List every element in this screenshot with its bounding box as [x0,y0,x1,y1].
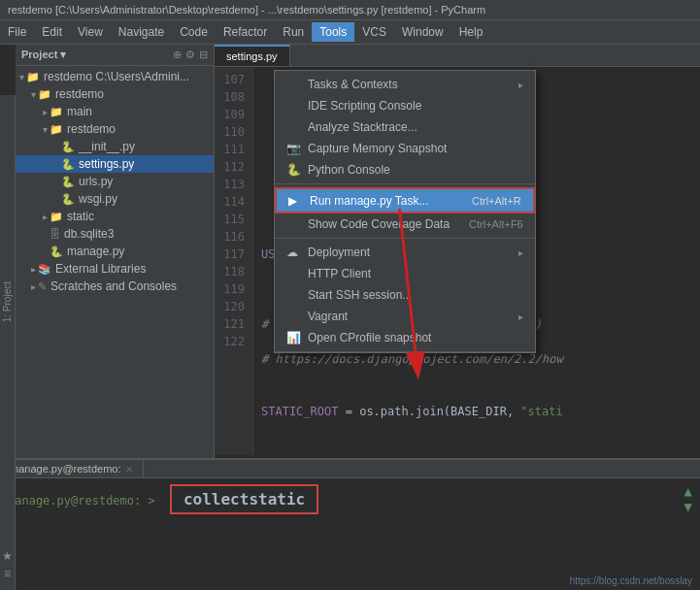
terminal-scroll-arrows: ▲ ▼ [684,484,692,513]
tree-main[interactable]: ▸ 📁 main [16,103,214,120]
menu-cprofile-label: Open CProfile snapshot [308,331,431,344]
menu-capture-label: Capture Memory Snapshot [308,142,447,155]
menu-deployment[interactable]: ☁Deployment ▸ [275,242,535,263]
menu-file[interactable]: File [0,22,34,42]
terminal-close-icon[interactable]: ✕ [125,464,133,475]
tree-wsgi[interactable]: ▸ 🐍 wsgi.py [16,190,214,208]
terminal-prompt-text: manage.py@restdemo: > [8,494,155,508]
terminal-command: collectstatic [170,484,318,514]
cprofile-icon: 📊 [286,331,302,344]
vagrant-arrow-icon: ▸ [518,311,523,322]
menu-http-client[interactable]: HTTP Client [275,263,535,284]
deployment-arrow-icon: ▸ [518,247,523,258]
menu-coverage-label: Show Code Coverage Data [308,217,450,231]
menu-ssh-label: Start SSH session... [308,288,412,302]
menu-window[interactable]: Window [394,22,451,42]
tree-scratches-label: Scratches and Consoles [50,279,177,293]
title-text: restdemo [C:\Users\Administrator\Desktop… [8,4,485,16]
menu-refactor[interactable]: Refactor [216,22,275,42]
collapse-icon[interactable]: ⊟ [199,49,208,61]
favorites-icon-1[interactable]: ★ [2,549,13,563]
code-line-120: # https://docs.djangoproject.com/en/2.2/… [261,352,563,366]
menu-vcs[interactable]: VCS [354,22,394,42]
sidebar-title: Project ▾ [21,49,173,61]
tree-urls[interactable]: ▸ 🐍 urls.py [16,173,214,190]
menu-vagrant-label: Vagrant [308,310,348,323]
tree-init[interactable]: ▸ 🐍 __init__.py [16,138,214,155]
code-line-122: STATIC_ROOT = os.path.join(BASE_DIR, "st… [261,405,563,418]
settings-icon[interactable]: ⚙ [185,49,195,61]
code-line-107 [261,90,268,104]
menu-analyze-stacktrace[interactable]: Analyze Stacktrace... [275,116,535,138]
menu-python-console[interactable]: 🐍Python Console [275,159,535,180]
terminal-content[interactable]: manage.py@restdemo: > collectstatic ▲ ▼ [0,478,700,584]
tree-root-label: restdemo C:\Users\Admini... [44,70,189,83]
sidebar-icons: ⊕ ⚙ ⊟ [173,49,208,61]
menu-capture-memory[interactable]: 📷Capture Memory Snapshot [275,138,535,159]
bottom-panel: manage.py@restdemo: ✕ manage.py@restdemo… [0,458,700,584]
menu-run-manage[interactable]: ▶ Run manage.py Task... ℹ Ctrl+Alt+R [275,187,535,213]
deployment-icon: ☁ [286,246,302,259]
project-tab-label: 1: Project [2,281,13,322]
menu-vagrant[interactable]: Vagrant ▸ [275,306,535,327]
run-icon: ▶ [288,194,304,208]
code-line-111 [261,160,268,174]
menu-run[interactable]: Run [275,22,312,42]
tree-root[interactable]: ▾ 📁 restdemo C:\Users\Admini... [16,68,214,85]
terminal-tab[interactable]: manage.py@restdemo: ✕ [0,460,144,477]
code-line-110 [261,143,268,156]
tree-settings-label: settings.py [79,157,134,171]
menu-tools[interactable]: Tools [312,22,354,42]
menu-ide-scripting[interactable]: IDE Scripting Console [275,95,535,116]
tree-wsgi-label: wsgi.py [79,192,117,206]
tree-extlibs[interactable]: ▸ 📚 External Libraries [16,260,214,278]
tree-scratches[interactable]: ▸ ✎ Scratches and Consoles [16,278,214,295]
title-bar: restdemo [C:\Users\Administrator\Desktop… [0,0,700,20]
tree-restdemo-sub[interactable]: ▾ 📁 restdemo [16,120,214,138]
tree-db[interactable]: ▸ 🗄 db.sqlite3 [16,225,214,243]
tree-urls-label: urls.py [79,175,113,188]
tools-dropdown-menu: Tasks & Contexts ▸ IDE Scripting Console… [274,70,536,353]
tree-settings[interactable]: ▸ 🐍 settings.py [16,155,214,173]
tree-static[interactable]: ▸ 📁 static [16,208,214,225]
tree-manage[interactable]: ▸ 🐍 manage.py [16,243,214,260]
scroll-down-icon[interactable]: ▼ [684,500,692,513]
menu-tasks-label: Tasks & Contexts [308,78,398,91]
menu-help[interactable]: Help [451,22,491,42]
code-line-114 [261,213,268,226]
menu-section-3: ☁Deployment ▸ HTTP Client Start SSH sess… [275,239,535,352]
tree-restdemo-label: restdemo [55,87,104,101]
sidebar-tree: ▾ 📁 restdemo C:\Users\Admini... ▾ 📁 rest… [16,66,214,458]
code-line-118 [261,300,268,313]
sidebar: Project ▾ ⊕ ⚙ ⊟ ▾ 📁 restdemo C:\Users\Ad… [16,45,215,458]
tree-extlibs-label: External Libraries [55,262,146,276]
sync-icon[interactable]: ⊕ [173,49,182,61]
info-icon: ℹ [439,193,444,208]
run-manage-shortcut: Ctrl+Alt+R [472,195,521,207]
menu-navigate[interactable]: Navigate [111,22,172,42]
tasks-arrow-icon: ▸ [518,80,523,90]
menu-code-coverage[interactable]: Show Code Coverage Data Ctrl+Alt+F6 [275,213,535,235]
line-numbers: 107 108 109 110 111 112 113 114 115 116 … [215,67,253,455]
tree-restdemo-sub-label: restdemo [67,122,116,136]
menu-deployment-label: Deployment [308,246,370,259]
menu-ssh[interactable]: Start SSH session... [275,284,535,306]
menu-cprofile[interactable]: 📊Open CProfile snapshot [275,327,535,348]
menu-run-manage-label: Run manage.py Task... [310,194,429,208]
project-tab[interactable]: 1: Project [0,95,16,508]
favorites-icon-2[interactable]: ≡ [4,567,11,580]
tree-restdemo[interactable]: ▾ 📁 restdemo [16,85,214,103]
bottom-tabs: manage.py@restdemo: ✕ [0,460,700,478]
menu-code[interactable]: Code [172,22,216,42]
menu-edit[interactable]: Edit [34,22,70,42]
scroll-up-icon[interactable]: ▲ [684,484,692,498]
menu-view[interactable]: View [70,22,111,42]
menu-section-2: ▶ Run manage.py Task... ℹ Ctrl+Alt+R Sho… [275,184,535,239]
code-line-121 [261,387,268,401]
memory-icon: 📷 [286,142,302,155]
menu-python-label: Python Console [308,163,390,177]
menu-tasks-contexts[interactable]: Tasks & Contexts ▸ [275,74,535,95]
code-line-113 [261,195,268,209]
code-line-112 [261,178,268,191]
tab-settings[interactable]: settings.py [215,45,290,66]
